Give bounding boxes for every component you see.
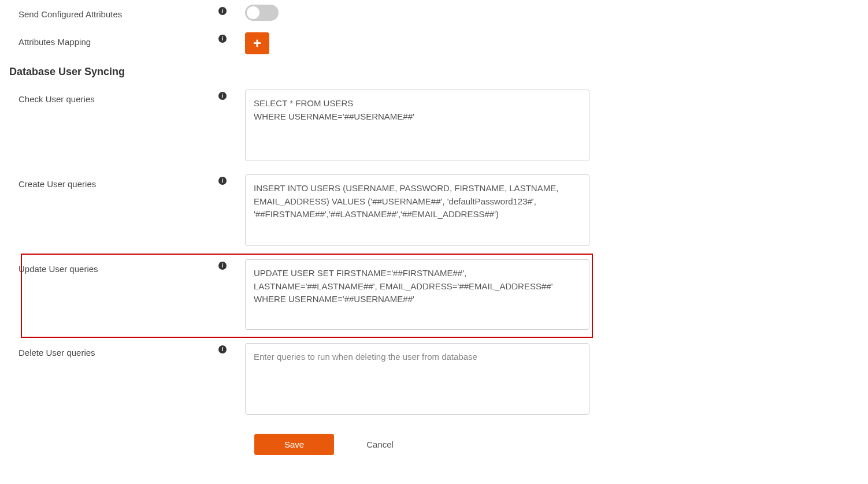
plus-icon: +	[253, 36, 261, 50]
cancel-button[interactable]: Cancel	[366, 440, 394, 449]
save-button[interactable]: Save	[254, 434, 334, 455]
info-icon[interactable]: i	[218, 345, 227, 353]
create-user-queries-label: Create User queries	[9, 174, 209, 189]
send-configured-attributes-row: Send Configured Attributes i	[9, 5, 859, 21]
create-user-queries-row: Create User queries i	[9, 174, 859, 248]
info-icon[interactable]: i	[218, 262, 227, 270]
delete-user-queries-label: Delete User queries	[9, 343, 209, 358]
send-configured-attributes-toggle[interactable]	[245, 5, 279, 21]
info-icon[interactable]: i	[218, 7, 227, 15]
info-icon[interactable]: i	[218, 35, 227, 43]
toggle-knob	[247, 6, 259, 19]
check-user-queries-row: Check User queries i	[9, 90, 859, 163]
attributes-mapping-label: Attributes Mapping	[9, 32, 209, 47]
database-user-syncing-heading: Database User Syncing	[9, 66, 859, 78]
update-user-queries-input[interactable]	[245, 259, 589, 330]
check-user-queries-label: Check User queries	[9, 90, 209, 104]
delete-user-queries-input[interactable]	[245, 343, 589, 415]
delete-user-queries-row: Delete User queries i	[9, 343, 859, 416]
info-icon[interactable]: i	[218, 92, 227, 100]
check-user-queries-input[interactable]	[245, 90, 589, 161]
info-icon[interactable]: i	[218, 177, 227, 185]
attributes-mapping-add-button[interactable]: +	[245, 32, 269, 54]
update-user-queries-row: Update User queries i	[9, 259, 859, 332]
send-configured-attributes-label: Send Configured Attributes	[9, 5, 209, 19]
update-user-queries-label: Update User queries	[9, 259, 209, 274]
action-buttons: Save Cancel	[254, 434, 859, 455]
attributes-mapping-row: Attributes Mapping i +	[9, 32, 859, 54]
create-user-queries-input[interactable]	[245, 174, 589, 246]
